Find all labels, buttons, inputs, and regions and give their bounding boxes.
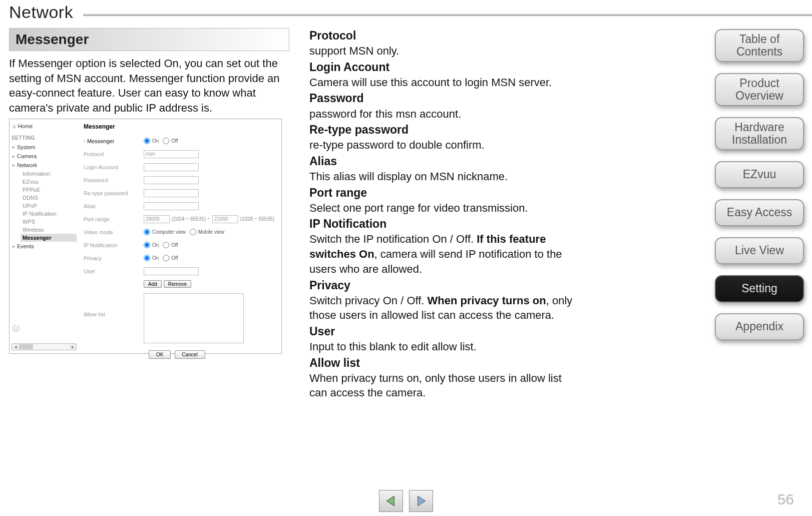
login-account-input[interactable] [144, 163, 199, 171]
scroll-thumb[interactable] [19, 344, 33, 349]
sidebar-item-events[interactable]: Events [12, 242, 77, 251]
row-portrange-label: Port range [84, 216, 144, 222]
screenshot-form: Messenger Messenger On Off Protocol Logi… [79, 119, 281, 353]
home-link[interactable]: Home [12, 122, 77, 133]
sidebar-sub-ddns[interactable]: DDNS [12, 194, 77, 202]
ok-button[interactable]: OK [149, 350, 171, 359]
privacy-on-label: On [152, 255, 159, 261]
row-privacy-label: Privacy [84, 255, 144, 261]
page-title-bar: Network [0, 0, 812, 24]
port-lo-hint: (1024 ~ 65531) ~ [172, 216, 210, 222]
row-messenger-label: Messenger [84, 138, 144, 144]
def-body-user: Input to this blank to edit allow list. [309, 339, 580, 354]
messenger-off-radio[interactable] [163, 138, 169, 144]
port-hi-hint: (1028 ~ 65535) [240, 216, 274, 222]
videomode-mobile-radio[interactable] [190, 229, 196, 235]
def-term-user: User [309, 324, 580, 339]
nav-live-view[interactable]: Live View [715, 237, 804, 264]
def-term-repassword: Re-type password [309, 122, 580, 138]
page-title: Network [9, 3, 73, 22]
sidebar-sub-information[interactable]: Information [12, 170, 77, 178]
triangle-left-icon [384, 494, 397, 507]
ipnotif-off-radio[interactable] [163, 242, 169, 248]
videomode-computer-label: Computer view [152, 229, 186, 235]
messenger-on-radio[interactable] [144, 138, 150, 144]
left-column: Messenger If Messenger option is selecte… [9, 28, 289, 401]
password-input[interactable] [144, 176, 199, 184]
nav-easy-access[interactable]: Easy Access [715, 199, 804, 226]
sidebar-sub-ipnotif[interactable]: IP Notification [12, 210, 77, 218]
privacy-off-radio[interactable] [163, 255, 169, 261]
sidebar-scrollbar[interactable]: ◂ ▸ [12, 343, 77, 350]
def-body-alias: This alias will display on MSN nickname. [309, 169, 580, 184]
prev-page-button[interactable] [379, 490, 403, 512]
row-login-label: Login Account [84, 164, 144, 170]
sidebar-sub-messenger[interactable]: Messenger [21, 234, 77, 242]
sidebar-sub-upnp[interactable]: UPnP [12, 202, 77, 210]
port-lo-input[interactable] [144, 215, 170, 223]
nav-appendix[interactable]: Appendix [715, 313, 804, 340]
ipnotif-on-label: On [152, 242, 159, 248]
def-body-allowlist: When privacy turns on, only those users … [309, 371, 580, 400]
settings-screenshot: Home SETTING System Camera Network Infor… [9, 119, 282, 354]
row-alias-label: Alias [84, 203, 144, 209]
section-header: Messenger [9, 28, 289, 51]
protocol-input[interactable] [144, 150, 199, 158]
messenger-off-label: Off [171, 138, 178, 144]
nav-hardware-installation[interactable]: Hardware Installation [715, 117, 804, 150]
repassword-input[interactable] [144, 189, 199, 197]
def-body-privacy: Switch privacy On / Off. When privacy tu… [309, 293, 580, 323]
messenger-on-label: On [152, 138, 159, 144]
screenshot-sidebar: Home SETTING System Camera Network Infor… [10, 119, 79, 353]
def-body-ipnotif: Switch the IP notification On / Off. If … [309, 232, 580, 276]
row-user-label: User [84, 268, 144, 274]
def-body-portrange: Select one port range for video transmis… [309, 201, 580, 216]
triangle-right-icon [415, 494, 428, 507]
nav-setting[interactable]: Setting [715, 275, 804, 302]
scroll-track[interactable] [19, 344, 69, 349]
def-body-protocol: support MSN only. [309, 44, 580, 59]
svg-marker-1 [418, 496, 426, 506]
sidebar-item-camera[interactable]: Camera [12, 152, 77, 161]
scroll-right-icon[interactable]: ▸ [69, 344, 76, 349]
side-nav: Table of Contents Product Overview Hardw… [715, 29, 804, 340]
nav-toc[interactable]: Table of Contents [715, 29, 804, 62]
def-term-password: Password [309, 91, 580, 106]
sidebar-sub-wps[interactable]: WPS [12, 218, 77, 226]
privacy-on-radio[interactable] [144, 255, 150, 261]
intro-text: If Messenger option is selected On, you … [9, 56, 289, 116]
page-number: 56 [777, 491, 794, 508]
videomode-computer-radio[interactable] [144, 229, 150, 235]
port-hi-input[interactable] [212, 215, 238, 223]
def-term-privacy: Privacy [309, 278, 580, 293]
nav-product-overview[interactable]: Product Overview [715, 73, 804, 106]
pager [379, 490, 433, 512]
ipnotif-on-radio[interactable] [144, 242, 150, 248]
remove-button[interactable]: Remove [164, 280, 191, 288]
row-repassword-label: Re-type password [84, 190, 144, 196]
sidebar-item-system[interactable]: System [12, 143, 77, 152]
add-button[interactable]: Add [144, 280, 162, 288]
alias-input[interactable] [144, 202, 199, 210]
videomode-mobile-label: Mobile view [198, 229, 224, 235]
sidebar-sub-ezvuu[interactable]: EZvuu [12, 178, 77, 186]
next-page-button[interactable] [409, 490, 433, 512]
def-body-login: Camera will use this account to login MS… [309, 75, 580, 90]
ipnotif-off-label: Off [171, 242, 178, 248]
def-term-allowlist: Allow list [309, 355, 580, 371]
help-icon[interactable]: ⓘ [13, 324, 20, 333]
sidebar-sub-pppoe[interactable]: PPPoE [12, 186, 77, 194]
title-rule [83, 14, 812, 16]
def-term-portrange: Port range [309, 185, 580, 201]
sidebar-item-network[interactable]: Network [12, 161, 77, 170]
scroll-left-icon[interactable]: ◂ [12, 344, 19, 349]
cancel-button[interactable]: Cancel [175, 350, 205, 359]
user-input[interactable] [144, 267, 199, 275]
sidebar-sub-wireless[interactable]: Wireless [12, 226, 77, 234]
def-term-ipnotif: IP Notification [309, 216, 580, 232]
main-columns: Messenger If Messenger option is selecte… [0, 24, 812, 401]
nav-ezvuu[interactable]: EZvuu [715, 161, 804, 188]
row-ipnotif-label: IP Notification [84, 242, 144, 248]
allow-list-box[interactable] [144, 293, 244, 343]
row-allowlist-label: Allow list [84, 291, 144, 317]
